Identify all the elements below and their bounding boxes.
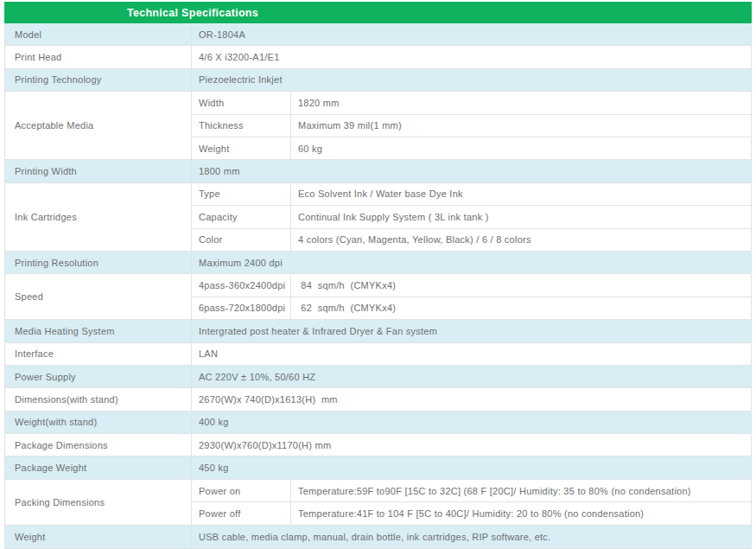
row-value: 1800 mm — [192, 160, 751, 182]
row-value: Intergrated post heater & Infrared Dryer… — [192, 320, 751, 342]
subrow-label: Color — [192, 229, 291, 251]
table-subrow: Color 4 colors (Cyan, Magenta, Yellow, B… — [192, 229, 751, 251]
row-value: USB cable, media clamp, manual, drain bo… — [192, 526, 751, 548]
technical-specifications-table: Technical Specifications Model OR-1804A … — [4, 3, 752, 549]
subrow-label: Type — [192, 183, 291, 205]
subrow-label: Power on — [192, 480, 291, 501]
row-value: 400 kg — [192, 412, 751, 433]
table-row-printing-technology: Printing Technology Piezoelectric Inkjet — [5, 69, 751, 92]
row-label: Printing Width — [5, 160, 192, 182]
subrow-value: 62 sqm/h (CMYKx4) — [291, 297, 751, 319]
page-title: Technical Specifications — [4, 2, 381, 23]
row-label: Packing Dimensions — [5, 480, 192, 525]
row-label: Package Dimensions — [5, 434, 192, 456]
table-row-package-weight: Package Weight 450 kg — [5, 456, 751, 479]
table-row-print-head: Print Head 4/6 X i3200-A1/E1 — [5, 46, 751, 68]
row-value: AC 220V ± 10%, 50/60 HZ — [192, 366, 751, 387]
subrow-label: Weight — [192, 137, 291, 159]
row-value: Piezoelectric Inkjet — [192, 69, 751, 91]
table-header: Technical Specifications — [4, 2, 752, 23]
row-value: OR-1804A — [192, 23, 751, 45]
subrow-value: 1820 mm — [291, 92, 751, 113]
table-row-packing-dimensions: Packing Dimensions Power on Temperature:… — [5, 480, 751, 526]
subrow-value: Eco Solvent Ink / Water base Dye Ink — [291, 183, 751, 205]
subrow-label: Capacity — [192, 206, 291, 227]
subrow-label: 4pass-360x2400dpi — [192, 274, 291, 296]
table-subrow: Thickness Maximum 39 mil(1 mm) — [192, 115, 751, 137]
subrow-value: Temperature:59F to90F [15C to 32C] (68 F… — [291, 480, 751, 501]
table-row-printing-width: Printing Width 1800 mm — [5, 160, 751, 182]
row-value: 450 kg — [192, 456, 751, 478]
table-subrow: Type Eco Solvent Ink / Water base Dye In… — [192, 183, 751, 206]
row-label: Printing Technology — [5, 69, 192, 91]
table-subrow: 6pass-720x1800dpi 62 sqm/h (CMYKx4) — [192, 297, 751, 319]
table-row-interface: Interface LAN — [5, 343, 751, 366]
table-subrow: Width 1820 mm — [192, 92, 751, 114]
table-subrow: Capacity Continual Ink Supply System ( 3… — [192, 206, 751, 228]
row-value: 2670(W)x 740(D)x1613(H) mm — [192, 388, 751, 410]
subrow-label: 6pass-720x1800dpi — [192, 297, 291, 319]
table-row-dimensions-with-stand: Dimensions(with stand) 2670(W)x 740(D)x1… — [5, 388, 751, 411]
table-row-acceptable-media: Acceptable Media Width 1820 mm Thickness… — [5, 92, 751, 160]
row-label: Weight — [5, 526, 192, 548]
row-label: Speed — [5, 274, 192, 319]
row-label: Model — [5, 23, 192, 45]
row-label: Power Supply — [5, 366, 192, 387]
subrow-label: Width — [192, 92, 291, 113]
table-subrow: Power off Temperature:41F to 104 F [5C t… — [192, 502, 751, 524]
row-label: Dimensions(with stand) — [5, 388, 192, 410]
subrow-value: Maximum 39 mil(1 mm) — [291, 115, 751, 137]
table-subrow: Weight 60 kg — [192, 137, 751, 159]
row-value: 4/6 X i3200-A1/E1 — [192, 46, 751, 67]
table-row-speed: Speed 4pass-360x2400dpi 84 sqm/h (CMYKx4… — [5, 274, 751, 320]
row-label: Media Heating System — [5, 320, 192, 342]
table-row-printing-resolution: Printing Resolution Maximum 2400 dpi — [5, 252, 751, 274]
row-label: Print Head — [5, 46, 192, 67]
table-subrow: Power on Temperature:59F to90F [15C to 3… — [192, 480, 751, 502]
table-row-weight-accessories: Weight USB cable, media clamp, manual, d… — [5, 526, 751, 548]
subrow-label: Thickness — [192, 115, 291, 137]
subrow-value: 4 colors (Cyan, Magenta, Yellow, Black) … — [291, 229, 751, 251]
row-label: Acceptable Media — [5, 92, 192, 159]
row-label: Printing Resolution — [5, 252, 192, 273]
subrow-value: 60 kg — [291, 137, 751, 159]
table-subrow: 4pass-360x2400dpi 84 sqm/h (CMYKx4) — [192, 274, 751, 297]
row-label: Weight(with stand) — [5, 412, 192, 433]
subrow-value: Temperature:41F to 104 F [5C to 40C]/ Hu… — [291, 502, 751, 524]
table-row-model: Model OR-1804A — [5, 23, 751, 46]
table-row-media-heating-system: Media Heating System Intergrated post he… — [5, 320, 751, 342]
table-row-ink-cartridges: Ink Cartridges Type Eco Solvent Ink / Wa… — [5, 183, 751, 252]
subrow-value: Continual Ink Supply System ( 3L ink tan… — [291, 206, 751, 227]
row-value: Maximum 2400 dpi — [192, 252, 751, 273]
row-label: Ink Cartridges — [5, 183, 192, 251]
table-row-package-dimensions: Package Dimensions 2930(W)x760(D)x1170(H… — [5, 434, 751, 456]
row-label: Interface — [5, 343, 192, 365]
row-label: Package Weight — [5, 456, 192, 478]
row-value: 2930(W)x760(D)x1170(H) mm — [192, 434, 751, 456]
table-row-power-supply: Power Supply AC 220V ± 10%, 50/60 HZ — [5, 366, 751, 388]
subrow-label: Power off — [192, 502, 291, 524]
table-row-weight-with-stand: Weight(with stand) 400 kg — [5, 412, 751, 434]
row-value: LAN — [192, 343, 751, 365]
subrow-value: 84 sqm/h (CMYKx4) — [291, 274, 751, 296]
